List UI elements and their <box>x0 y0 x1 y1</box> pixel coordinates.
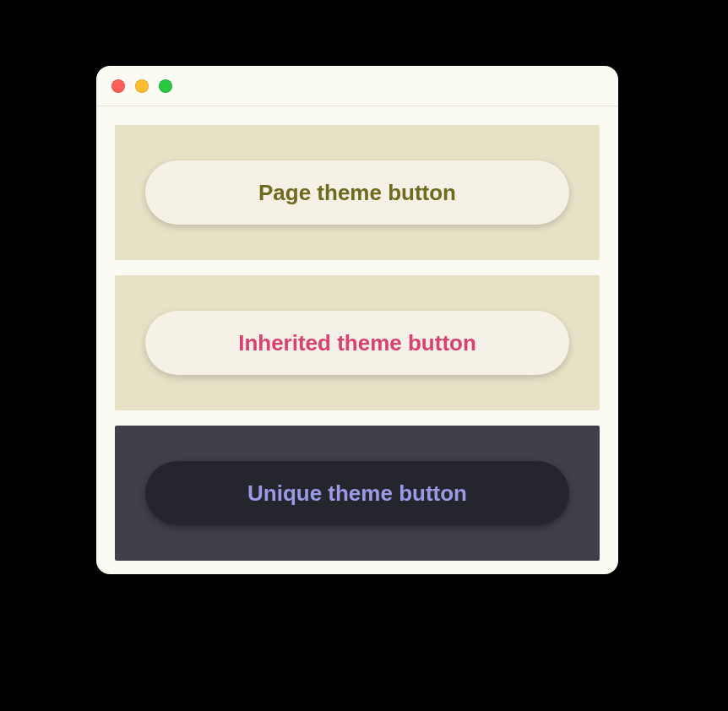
button-label: Inherited theme button <box>238 330 476 356</box>
inherited-theme-panel: Inherited theme button <box>115 275 600 410</box>
button-label: Page theme button <box>258 180 456 206</box>
traffic-lights <box>111 79 172 93</box>
app-window: Page theme button Inherited theme button… <box>96 66 618 574</box>
unique-theme-button[interactable]: Unique theme button <box>145 461 569 525</box>
inherited-theme-button[interactable]: Inherited theme button <box>145 311 569 375</box>
minimize-icon[interactable] <box>135 79 149 93</box>
button-label: Unique theme button <box>247 480 467 507</box>
page-theme-panel: Page theme button <box>115 125 600 260</box>
maximize-icon[interactable] <box>159 79 172 93</box>
window-titlebar <box>96 66 618 106</box>
close-icon[interactable] <box>111 79 125 93</box>
unique-theme-panel: Unique theme button <box>115 426 600 561</box>
page-theme-button[interactable]: Page theme button <box>145 160 569 225</box>
window-content: Page theme button Inherited theme button… <box>96 106 618 574</box>
